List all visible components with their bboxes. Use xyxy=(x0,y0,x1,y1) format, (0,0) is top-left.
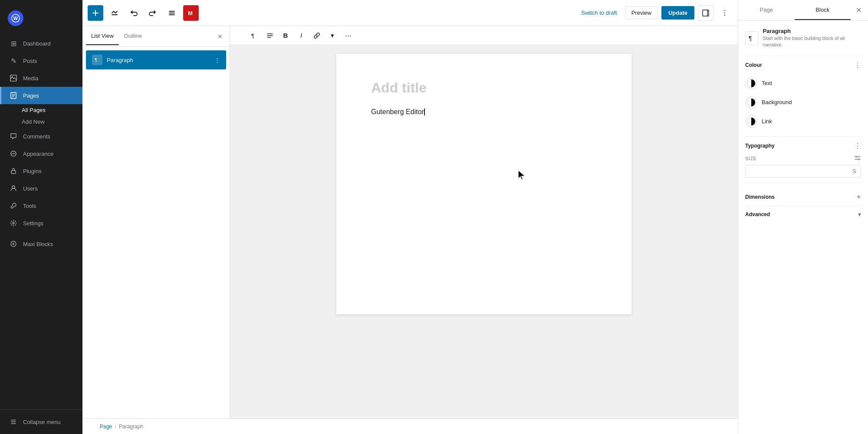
wordpress-logo: W xyxy=(8,10,23,26)
advanced-header[interactable]: Advanced ▾ xyxy=(745,206,861,222)
maxi-blocks-label: Maxi Blocks xyxy=(23,241,53,247)
editor-layout: List View Outline ✕ ¶ Paragraph ⋮ xyxy=(82,26,738,418)
collapse-menu-button[interactable]: Collapse menu xyxy=(0,413,82,431)
sidebar-item-media[interactable]: Media xyxy=(0,69,82,87)
media-icon xyxy=(9,74,18,82)
text-color-swatch xyxy=(747,79,756,88)
sidebar-item-posts[interactable]: ✎ Posts xyxy=(0,52,82,69)
sidebar-item-users[interactable]: Users xyxy=(0,180,82,197)
svg-text:¶: ¶ xyxy=(251,33,254,39)
view-button[interactable] xyxy=(164,5,180,21)
plugins-icon xyxy=(9,167,18,175)
divider-2 xyxy=(745,136,861,137)
appearance-icon xyxy=(9,149,18,158)
paragraph-format-button[interactable]: ¶ xyxy=(247,29,261,43)
sidebar-item-plugins[interactable]: Plugins xyxy=(0,162,82,180)
link-color-picker[interactable] xyxy=(745,115,757,128)
typography-section-title: Typography xyxy=(745,143,775,149)
background-color-label: Background xyxy=(762,99,792,105)
size-input[interactable] xyxy=(750,168,814,174)
sidebar-item-label: Appearance xyxy=(23,151,53,157)
right-sidebar-content: ¶ Paragraph Start with the basic buildin… xyxy=(738,21,868,434)
sidebar-subitem-all-pages[interactable]: All Pages xyxy=(0,104,82,116)
colour-section-header: Colour ⋮ xyxy=(745,61,861,69)
sidebar-item-label: Tools xyxy=(23,203,36,209)
sidebar-item-settings[interactable]: Settings xyxy=(0,214,82,232)
sidebar-item-dashboard[interactable]: ⊞ Dashboard xyxy=(0,35,82,52)
panel-close-button[interactable]: ✕ xyxy=(214,30,226,43)
svg-point-10 xyxy=(12,186,15,188)
redo-button[interactable] xyxy=(145,5,161,21)
maxi-button[interactable]: M xyxy=(183,5,199,21)
breadcrumb: Page › Paragraph xyxy=(82,418,738,434)
align-button[interactable] xyxy=(263,29,277,43)
toolbar-right: Switch to draft Preview Update ⋮ xyxy=(577,5,733,21)
sidebar-item-label: Plugins xyxy=(23,168,42,174)
italic-button[interactable]: I xyxy=(294,29,308,43)
sidebar-item-pages[interactable]: Pages xyxy=(0,87,82,104)
bold-button[interactable]: B xyxy=(279,29,293,43)
posts-icon: ✎ xyxy=(9,56,18,65)
panel-tabs: List View Outline ✕ xyxy=(82,26,230,47)
dimensions-add-button[interactable]: + xyxy=(856,193,861,202)
colour-section-title: Colour xyxy=(745,62,762,68)
sidebar-item-label: Users xyxy=(23,185,38,192)
block-info: ¶ Paragraph Start with the basic buildin… xyxy=(745,28,861,49)
tab-outline[interactable]: Outline xyxy=(119,27,147,45)
color-row-background: Background xyxy=(745,93,861,112)
svg-point-13 xyxy=(13,243,14,245)
right-sidebar-close-button[interactable]: ✕ xyxy=(851,3,866,18)
sidebar-item-label: Comments xyxy=(23,133,50,140)
more-format-button[interactable]: ▾ xyxy=(326,29,339,43)
page-title[interactable]: Add title xyxy=(371,80,597,96)
preview-button[interactable]: Preview xyxy=(625,7,658,19)
comments-icon xyxy=(9,132,18,141)
undo-button[interactable] xyxy=(126,5,141,21)
svg-text:M: M xyxy=(188,10,193,16)
paragraph-block-icon: ¶ xyxy=(92,55,102,65)
tab-list-view[interactable]: List View xyxy=(86,27,119,45)
text-color-picker[interactable] xyxy=(745,77,757,89)
sidebar-item-comments[interactable]: Comments xyxy=(0,128,82,145)
sidebar-item-maxi-blocks[interactable]: Maxi Blocks xyxy=(0,235,82,253)
advanced-chevron-icon: ▾ xyxy=(858,211,861,218)
svg-point-30 xyxy=(856,156,857,157)
sidebar-nav: ⊞ Dashboard ✎ Posts Media xyxy=(0,35,82,409)
page-content[interactable]: Gutenberg Editor xyxy=(371,106,597,118)
svg-text:¶: ¶ xyxy=(95,57,97,62)
settings-icon xyxy=(9,219,18,227)
tab-page[interactable]: Page xyxy=(738,0,795,20)
tools-button[interactable] xyxy=(107,5,122,21)
users-icon xyxy=(9,184,18,193)
dimensions-header[interactable]: Dimensions + xyxy=(745,188,861,206)
sidebar-logo[interactable]: W xyxy=(0,4,82,35)
dashboard-icon: ⊞ xyxy=(9,39,18,48)
update-button[interactable]: Update xyxy=(661,6,694,20)
background-color-swatch xyxy=(747,98,756,107)
typography-section-header: Typography ⋮ xyxy=(745,142,861,150)
block-list-item[interactable]: ¶ Paragraph ⋮ xyxy=(86,50,226,69)
block-info-name: Paragraph xyxy=(763,28,861,34)
sidebar-subitem-add-new[interactable]: Add New xyxy=(0,116,82,128)
more-options-button[interactable]: ⋮ xyxy=(717,5,733,21)
add-block-button[interactable] xyxy=(88,5,103,21)
tab-block[interactable]: Block xyxy=(795,0,851,20)
typography-section: Typography ⋮ SIZE S xyxy=(745,142,861,178)
size-control-icon[interactable] xyxy=(854,155,861,162)
background-color-picker[interactable] xyxy=(745,96,757,108)
sidebar-item-appearance[interactable]: Appearance xyxy=(0,145,82,162)
block-options-toolbar-button[interactable]: ⋯ xyxy=(341,29,355,43)
typography-options-button[interactable]: ⋮ xyxy=(854,142,861,150)
link-button[interactable] xyxy=(310,29,324,43)
sidebar-item-tools[interactable]: Tools xyxy=(0,197,82,214)
block-options-button[interactable]: ⋮ xyxy=(214,57,220,63)
tools-icon xyxy=(9,201,18,210)
sidebar-toggle-button[interactable] xyxy=(698,5,713,21)
breadcrumb-page[interactable]: Page xyxy=(100,424,112,430)
pages-icon xyxy=(9,91,18,100)
svg-text:W: W xyxy=(13,16,18,21)
sidebar-item-label: Pages xyxy=(23,92,39,99)
switch-draft-button[interactable]: Switch to draft xyxy=(577,7,621,19)
link-color-label: Link xyxy=(762,118,772,125)
colour-options-button[interactable]: ⋮ xyxy=(854,61,861,69)
